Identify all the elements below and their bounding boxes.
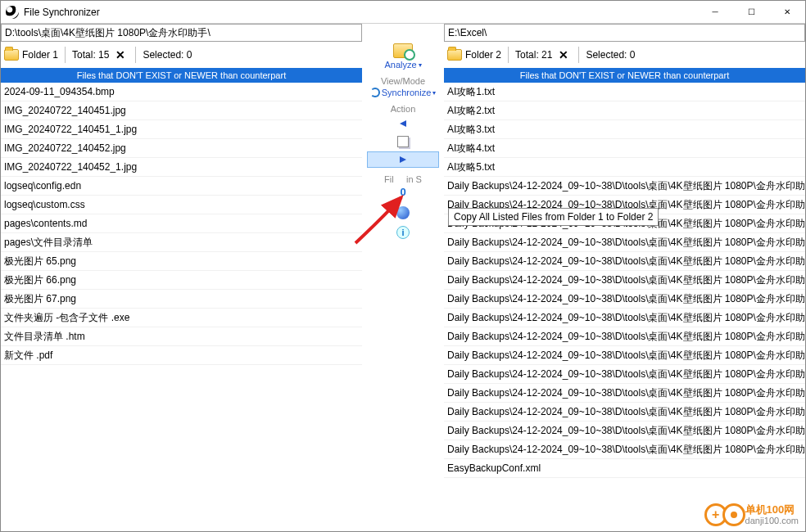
file-row[interactable]: AI攻略1.txt <box>444 83 805 101</box>
file-row[interactable]: logseq\config.edn <box>1 177 362 196</box>
synchronize-mode[interactable]: Synchronize▾ <box>370 88 437 97</box>
file-row[interactable]: AI攻略2.txt <box>444 101 805 120</box>
minimize-button[interactable]: ─ <box>697 1 733 24</box>
right-toolbar: Folder 2 Total: 21 ✕ Selected: 0 <box>444 42 805 68</box>
file-row[interactable]: AI攻略3.txt <box>444 120 805 139</box>
right-list-header: Files that DON'T EXIST or NEWER than cou… <box>444 68 805 83</box>
titlebar: File Synchronizer ─ ☐ ✕ <box>1 1 805 24</box>
copy-icon <box>397 136 409 147</box>
file-row[interactable]: pages\contents.md <box>1 214 362 233</box>
file-row[interactable]: Daily Backups\24-12-2024_09~10~38\D\tool… <box>444 327 805 346</box>
file-row[interactable]: 2024-09-11_094354.bmp <box>1 83 362 101</box>
file-row[interactable]: Daily Backups\24-12-2024_09~10~38\D\tool… <box>444 365 805 384</box>
clear-icon[interactable]: ✕ <box>112 48 129 61</box>
globe-icon[interactable] <box>396 206 410 219</box>
file-row[interactable]: Daily Backups\24-12-2024_09~10~38\D\tool… <box>444 346 805 365</box>
view-mode-label: View/Mode <box>381 76 425 86</box>
file-row[interactable]: pages\文件目录清单 <box>1 233 362 252</box>
files-in-sync-label: Fil in S <box>384 174 422 184</box>
action-label: Action <box>391 104 416 114</box>
analyze-icon[interactable] <box>393 43 413 58</box>
file-row[interactable]: 极光图片 67.png <box>1 290 362 309</box>
file-row[interactable]: Daily Backups\24-12-2024_09~10~38\D\tool… <box>444 233 805 252</box>
copy-left-to-right-button[interactable] <box>367 151 439 168</box>
right-panel: Folder 2 Total: 21 ✕ Selected: 0 Files t… <box>444 42 805 531</box>
sync-icon <box>370 88 380 97</box>
main-area: Folder 1 Total: 15 ✕ Selected: 0 Files t… <box>1 42 805 531</box>
file-row[interactable]: Daily Backups\24-12-2024_09~10~38\D\tool… <box>444 403 805 422</box>
file-row[interactable]: Daily Backups\24-12-2024_09~10~38\D\tool… <box>444 177 805 196</box>
file-row[interactable]: Daily Backups\24-12-2024_09~10~38\D\tool… <box>444 309 805 327</box>
right-total-label: Total: 21 <box>515 49 552 61</box>
file-row[interactable]: logseq\custom.css <box>1 196 362 214</box>
tooltip: Copy All Listed Files from Folder 1 to F… <box>448 208 659 226</box>
file-row[interactable]: Daily Backups\24-12-2024_09~10~38\D\tool… <box>444 271 805 290</box>
right-folder-label: Folder 2 <box>465 49 501 61</box>
file-row[interactable]: 文件目录清单 .htm <box>1 327 362 346</box>
info-icon[interactable]: i <box>396 226 410 239</box>
file-row[interactable]: IMG_20240722_140452.jpg <box>1 139 362 158</box>
left-total-label: Total: 15 <box>72 49 109 61</box>
arrow-left-icon <box>400 120 406 127</box>
clear-icon[interactable]: ✕ <box>555 48 572 61</box>
window-title: File Synchronizer <box>24 7 100 18</box>
left-list-header: Files that DON'T EXIST or NEWER than cou… <box>1 68 362 83</box>
file-row[interactable]: Daily Backups\24-12-2024_09~10~38\D\tool… <box>444 384 805 403</box>
file-row[interactable]: EasyBackupConf.xml <box>444 459 805 478</box>
path-row <box>1 24 805 42</box>
watermark-logo: + <box>704 503 740 526</box>
right-path-input[interactable] <box>444 24 805 42</box>
maximize-button[interactable]: ☐ <box>733 1 769 24</box>
file-row[interactable]: Daily Backups\24-12-2024_09~10~38\D\tool… <box>444 252 805 271</box>
left-panel: Folder 1 Total: 15 ✕ Selected: 0 Files t… <box>1 42 362 531</box>
file-row[interactable]: Daily Backups\24-12-2024_09~10~38\D\tool… <box>444 290 805 309</box>
watermark-text: 单机100网 <box>745 504 799 516</box>
analyze-button[interactable]: Analyze▾ <box>384 60 421 70</box>
file-row[interactable]: IMG_20240722_140451.jpg <box>1 101 362 120</box>
left-folder-label: Folder 1 <box>22 49 58 61</box>
file-row[interactable]: IMG_20240722_140452_1.jpg <box>1 158 362 177</box>
folder-icon[interactable] <box>4 49 19 61</box>
file-row[interactable]: 极光图片 66.png <box>1 271 362 290</box>
file-row[interactable]: AI攻略5.txt <box>444 158 805 177</box>
watermark: + 单机100网 danji100.com <box>704 503 799 526</box>
copy-both-button[interactable] <box>367 133 439 150</box>
left-path-input[interactable] <box>1 24 362 42</box>
arrow-right-icon <box>400 156 406 163</box>
right-file-list[interactable]: AI攻略1.txtAI攻略2.txtAI攻略3.txtAI攻略4.txtAI攻略… <box>444 83 805 531</box>
center-column: Analyze▾ View/Mode Synchronize▾ Action F… <box>362 42 444 531</box>
file-row[interactable]: 极光图片 65.png <box>1 252 362 271</box>
file-row[interactable]: Daily Backups\24-12-2024_09~10~38\D\tool… <box>444 422 805 440</box>
watermark-domain: danji100.com <box>745 516 799 525</box>
file-row[interactable]: IMG_20240722_140451_1.jpg <box>1 120 362 139</box>
copy-right-to-left-button[interactable] <box>367 115 439 132</box>
file-row[interactable]: Daily Backups\24-12-2024_09~10~38\D\tool… <box>444 440 805 459</box>
file-row[interactable]: 文件夹遍历 -包含子文件 .exe <box>1 309 362 327</box>
left-file-list[interactable]: 2024-09-11_094354.bmpIMG_20240722_140451… <box>1 83 362 531</box>
left-toolbar: Folder 1 Total: 15 ✕ Selected: 0 <box>1 42 362 68</box>
right-selected-label: Selected: 0 <box>586 49 635 61</box>
sync-count: 0 <box>400 186 405 198</box>
file-row[interactable]: 新文件 .pdf <box>1 346 362 365</box>
file-row[interactable]: AI攻略4.txt <box>444 139 805 158</box>
close-button[interactable]: ✕ <box>769 1 805 24</box>
folder-icon[interactable] <box>447 49 462 61</box>
app-icon <box>6 6 19 19</box>
left-selected-label: Selected: 0 <box>143 49 192 61</box>
